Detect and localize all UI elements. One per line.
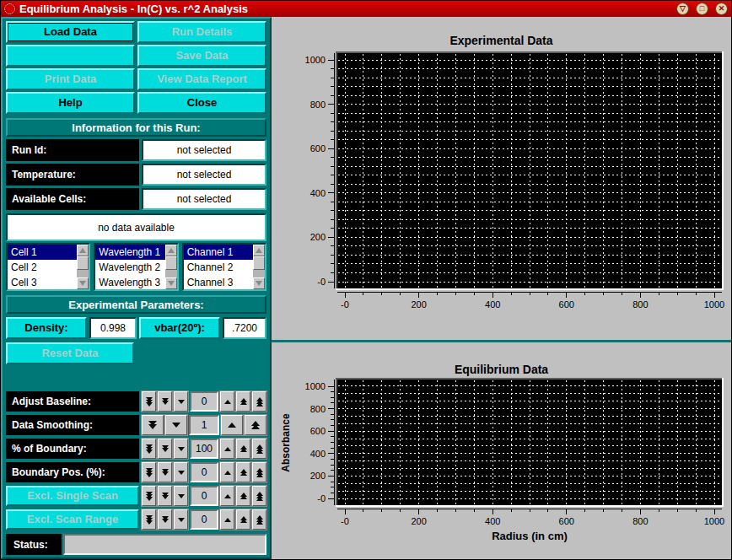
wavelength-list[interactable]: Wavelength 1 Wavelength 2 Wavelength 3: [95, 245, 164, 289]
list-item[interactable]: Wavelength 3: [95, 275, 164, 289]
excl-scan-range-button[interactable]: Excl. Scan Range: [6, 509, 139, 530]
list-item[interactable]: Cell 2: [8, 260, 77, 275]
list-item[interactable]: Cell 3: [8, 275, 77, 289]
increment-fast-icon[interactable]: [252, 462, 266, 482]
close-button[interactable]: Close: [137, 92, 266, 114]
svg-text:600: 600: [310, 426, 326, 436]
increment-fast-icon[interactable]: [252, 439, 266, 459]
increment-fast-icon[interactable]: [252, 391, 266, 412]
scroll-track[interactable]: [77, 256, 89, 277]
decrement-fast-icon[interactable]: [142, 439, 156, 459]
increment-icon[interactable]: [220, 439, 234, 459]
titlebar[interactable]: Equilibrium Analysis - ln(C) vs. r^2 Ana…: [1, 1, 731, 17]
plot-title: Experimental Data: [272, 34, 731, 47]
density-field[interactable]: 0.998: [89, 317, 137, 339]
vbar-button[interactable]: vbar(20º):: [139, 317, 220, 339]
decrement-icon[interactable]: [174, 391, 188, 412]
list-item[interactable]: Wavelength 2: [95, 260, 164, 275]
decrement-fast-icon[interactable]: [142, 486, 156, 506]
increment-icon[interactable]: [220, 391, 234, 412]
scroll-up-icon[interactable]: [253, 245, 265, 256]
blank-button[interactable]: [6, 45, 135, 67]
pct-boundary-row: % of Boundary: 100: [6, 439, 266, 459]
channel-list[interactable]: Channel 1 Channel 2 Channel 3: [184, 245, 253, 289]
maximize-icon[interactable]: □: [696, 3, 708, 15]
increment-icon[interactable]: [220, 462, 234, 482]
increment-fast-icon[interactable]: [245, 415, 266, 435]
svg-text:-0: -0: [317, 277, 326, 287]
status-row: Status:: [6, 534, 266, 555]
decrement-icon[interactable]: [174, 462, 188, 482]
decrement-medium-icon[interactable]: [158, 439, 172, 459]
svg-text:1000: 1000: [704, 516, 724, 526]
decrement-fast-icon[interactable]: [142, 462, 156, 482]
increment-icon[interactable]: [220, 509, 234, 530]
wavelength-scrollbar[interactable]: [165, 245, 177, 289]
scroll-down-icon[interactable]: [253, 277, 265, 289]
cell-list[interactable]: Cell 1 Cell 2 Cell 3: [8, 245, 77, 289]
decrement-fast-icon[interactable]: [142, 415, 164, 435]
increment-medium-icon[interactable]: [236, 462, 250, 482]
channel-scrollbar[interactable]: [253, 245, 265, 289]
scroll-thumb[interactable]: [165, 256, 177, 270]
list-item[interactable]: Cell 1: [8, 245, 77, 260]
list-item[interactable]: Channel 2: [184, 260, 253, 275]
scroll-down-icon[interactable]: [77, 277, 89, 289]
save-data-button[interactable]: Save Data: [137, 45, 266, 67]
scroll-up-icon[interactable]: [165, 245, 177, 256]
decrement-fast-icon[interactable]: [142, 509, 156, 530]
data-smoothing-counter: 1: [142, 415, 266, 435]
scroll-track[interactable]: [165, 256, 177, 277]
cell-listbox[interactable]: Cell 1 Cell 2 Cell 3: [6, 243, 90, 291]
pct-boundary-label: % of Boundary:: [6, 439, 139, 459]
list-item[interactable]: Wavelength 1: [95, 245, 164, 260]
increment-fast-icon[interactable]: [252, 486, 266, 506]
list-item[interactable]: Channel 1: [184, 245, 253, 260]
increment-medium-icon[interactable]: [236, 391, 250, 412]
density-button[interactable]: Density:: [6, 317, 87, 339]
decrement-icon[interactable]: [174, 439, 188, 459]
channel-listbox[interactable]: Channel 1 Channel 2 Channel 3: [182, 243, 266, 291]
list-item[interactable]: Channel 3: [184, 275, 253, 289]
view-data-report-button[interactable]: View Data Report: [137, 68, 266, 90]
svg-text:1000: 1000: [305, 381, 326, 391]
decrement-medium-icon[interactable]: [158, 486, 172, 506]
wavelength-listbox[interactable]: Wavelength 1 Wavelength 2 Wavelength 3: [94, 243, 178, 291]
load-data-button[interactable]: Load Data: [6, 21, 135, 43]
excl-single-scan-button[interactable]: Excl. Single Scan: [6, 486, 139, 506]
scroll-track[interactable]: [253, 256, 265, 277]
decrement-icon[interactable]: [174, 509, 188, 530]
scroll-down-icon[interactable]: [165, 277, 177, 289]
app-window: Equilibrium Analysis - ln(C) vs. r^2 Ana…: [0, 0, 732, 560]
equilibrium-data-plot: Equilibrium Data Absorbance -02004006008…: [272, 342, 731, 559]
adjust-baseline-label: Adjust Baseline:: [6, 391, 139, 412]
run-details-button[interactable]: Run Details: [137, 21, 266, 43]
counter-value: 0: [190, 486, 218, 506]
vbar-field[interactable]: .7200: [223, 317, 266, 339]
reset-data-button[interactable]: Reset Data: [6, 342, 134, 364]
increment-medium-icon[interactable]: [236, 486, 250, 506]
increment-fast-icon[interactable]: [252, 509, 266, 530]
increment-medium-icon[interactable]: [236, 439, 250, 459]
minimize-icon[interactable]: ▽: [676, 3, 689, 15]
decrement-medium-icon[interactable]: [158, 391, 172, 412]
decrement-fast-icon[interactable]: [142, 391, 156, 412]
scroll-thumb[interactable]: [77, 256, 89, 270]
svg-text:200: 200: [310, 232, 326, 242]
decrement-icon[interactable]: [174, 486, 188, 506]
decrement-medium-icon[interactable]: [158, 509, 172, 530]
data-smoothing-label: Data Smoothing:: [6, 415, 139, 435]
available-cells-label: Available Cells:: [6, 188, 139, 210]
scroll-thumb[interactable]: [253, 256, 265, 270]
scroll-up-icon[interactable]: [77, 245, 89, 256]
decrement-icon[interactable]: [165, 415, 187, 435]
close-icon[interactable]: ✕: [715, 3, 728, 15]
boundary-pos-counter: 0: [142, 462, 266, 482]
help-button[interactable]: Help: [6, 92, 135, 114]
decrement-medium-icon[interactable]: [158, 462, 172, 482]
cell-scrollbar[interactable]: [77, 245, 89, 289]
increment-medium-icon[interactable]: [236, 509, 250, 530]
print-data-button[interactable]: Print Data: [6, 68, 135, 90]
increment-icon[interactable]: [221, 415, 243, 435]
increment-icon[interactable]: [220, 486, 234, 506]
